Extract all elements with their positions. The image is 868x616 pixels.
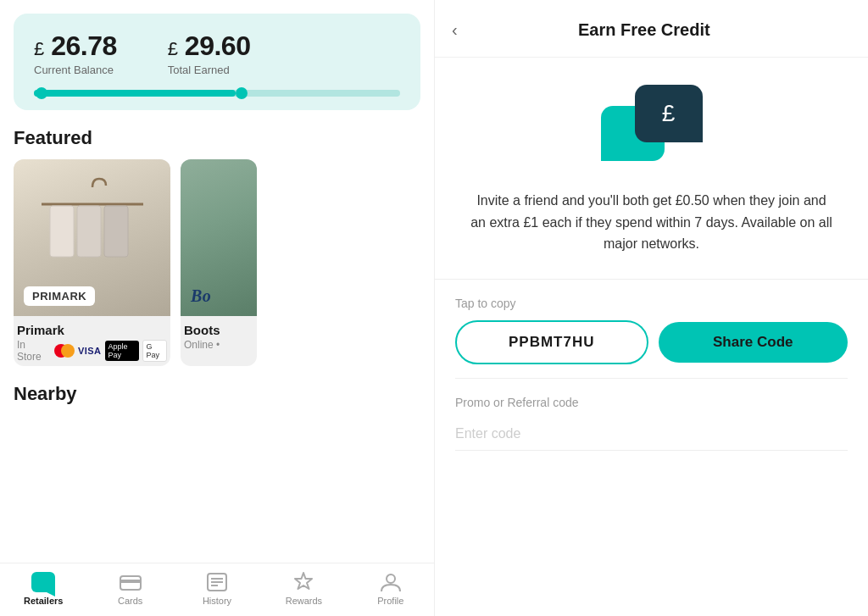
primark-logo: PRIMARK bbox=[24, 286, 95, 306]
nearby-title: Nearby bbox=[0, 366, 434, 412]
retailers-icon bbox=[31, 570, 55, 594]
illustration-area: £ bbox=[455, 58, 848, 190]
svg-point-11 bbox=[387, 574, 395, 583]
profile-icon bbox=[379, 570, 403, 594]
tag-icon bbox=[31, 572, 55, 592]
primark-card[interactable]: PRIMARK Primark In Store VISA Apple Pay … bbox=[14, 159, 170, 366]
rewards-icon bbox=[292, 570, 315, 594]
bottom-nav: Retailers Cards History bbox=[0, 563, 434, 616]
boots-image: Bo bbox=[181, 159, 257, 316]
payment-icons: VISA Apple Pay G Pay bbox=[54, 340, 167, 362]
retailers-label: Retailers bbox=[24, 596, 63, 606]
promo-label: Promo or Referral code bbox=[455, 396, 848, 409]
svg-rect-3 bbox=[104, 206, 128, 257]
primark-sub-text: In Store bbox=[17, 339, 49, 363]
progress-bar-fill bbox=[34, 90, 236, 97]
right-content: £ Invite a friend and you'll both get £0… bbox=[435, 58, 868, 616]
visa-icon: VISA bbox=[78, 346, 102, 356]
right-header: ‹ Earn Free Credit bbox=[435, 0, 868, 58]
tap-to-copy-label: Tap to copy bbox=[455, 297, 848, 310]
right-panel: ‹ Earn Free Credit £ Invite a friend and… bbox=[434, 0, 868, 616]
featured-title: Featured bbox=[0, 110, 434, 159]
balance-row: £ 26.78 Current Balance £ 29.60 Total Ea… bbox=[34, 31, 400, 76]
promo-section: Promo or Referral code bbox=[455, 378, 848, 451]
boots-card[interactable]: Bo Boots Online • bbox=[181, 159, 257, 366]
progress-dot-middle bbox=[236, 87, 248, 99]
code-row: PPBMT7HU Share Code bbox=[455, 320, 848, 364]
back-button[interactable]: ‹ bbox=[448, 17, 461, 43]
invite-text: Invite a friend and you'll both get £0.5… bbox=[455, 190, 848, 279]
svg-rect-1 bbox=[50, 206, 74, 257]
copy-section: Tap to copy PPBMT7HU Share Code bbox=[455, 280, 848, 378]
current-balance-amount: £ 26.78 bbox=[34, 31, 117, 62]
current-balance-label: Current Balance bbox=[34, 64, 117, 76]
nav-retailers[interactable]: Retailers bbox=[0, 570, 86, 606]
dark-bubble: £ bbox=[635, 85, 703, 142]
profile-label: Profile bbox=[377, 596, 403, 606]
history-svg bbox=[206, 572, 228, 592]
primark-info: Primark In Store VISA Apple Pay G Pay bbox=[14, 316, 170, 366]
referral-code-box[interactable]: PPBMT7HU bbox=[455, 320, 648, 364]
rewards-svg bbox=[292, 571, 314, 593]
total-earned-amount: £ 29.60 bbox=[168, 31, 251, 62]
promo-input[interactable] bbox=[455, 418, 848, 451]
nav-cards[interactable]: Cards bbox=[86, 570, 173, 606]
primark-name: Primark bbox=[17, 323, 167, 337]
rewards-label: Rewards bbox=[286, 596, 322, 606]
balance-card: £ 26.78 Current Balance £ 29.60 Total Ea… bbox=[14, 14, 420, 110]
share-code-button[interactable]: Share Code bbox=[659, 322, 849, 363]
boots-name: Boots bbox=[184, 323, 253, 337]
primark-clothes-svg bbox=[25, 170, 160, 306]
chat-bubbles: £ bbox=[601, 85, 703, 169]
boots-sub: Online • bbox=[184, 339, 253, 351]
earn-free-credit-title: Earn Free Credit bbox=[471, 20, 817, 40]
total-earned-label: Total Earned bbox=[168, 64, 251, 76]
svg-rect-2 bbox=[77, 206, 101, 257]
boots-logo: Bo bbox=[191, 286, 211, 306]
mc-circle-orange bbox=[61, 344, 75, 358]
primark-image: PRIMARK bbox=[14, 159, 170, 316]
pound-symbol: £ bbox=[662, 100, 676, 127]
svg-marker-10 bbox=[295, 573, 312, 589]
left-panel: £ 26.78 Current Balance £ 29.60 Total Ea… bbox=[0, 0, 434, 616]
boots-info: Boots Online • bbox=[181, 316, 257, 354]
profile-svg bbox=[380, 571, 402, 593]
history-label: History bbox=[203, 596, 231, 606]
card-svg bbox=[120, 574, 142, 591]
googlepay-icon: G Pay bbox=[142, 340, 167, 362]
nav-profile[interactable]: Profile bbox=[348, 570, 434, 606]
total-earned: £ 29.60 Total Earned bbox=[168, 31, 251, 76]
progress-bar bbox=[34, 90, 400, 97]
applepay-icon: Apple Pay bbox=[105, 341, 139, 361]
cards-label: Cards bbox=[118, 596, 142, 606]
nav-rewards[interactable]: Rewards bbox=[260, 570, 347, 606]
boots-sub-text: Online • bbox=[184, 339, 220, 351]
mastercard-icon bbox=[54, 344, 75, 358]
current-balance: £ 26.78 Current Balance bbox=[34, 31, 117, 76]
nav-history[interactable]: History bbox=[174, 570, 260, 606]
svg-rect-5 bbox=[120, 580, 141, 583]
history-icon bbox=[205, 570, 229, 594]
cards-icon bbox=[119, 570, 142, 594]
featured-row: PRIMARK Primark In Store VISA Apple Pay … bbox=[0, 159, 434, 366]
progress-dot-start bbox=[36, 87, 47, 99]
primark-sub: In Store VISA Apple Pay G Pay bbox=[17, 339, 167, 363]
